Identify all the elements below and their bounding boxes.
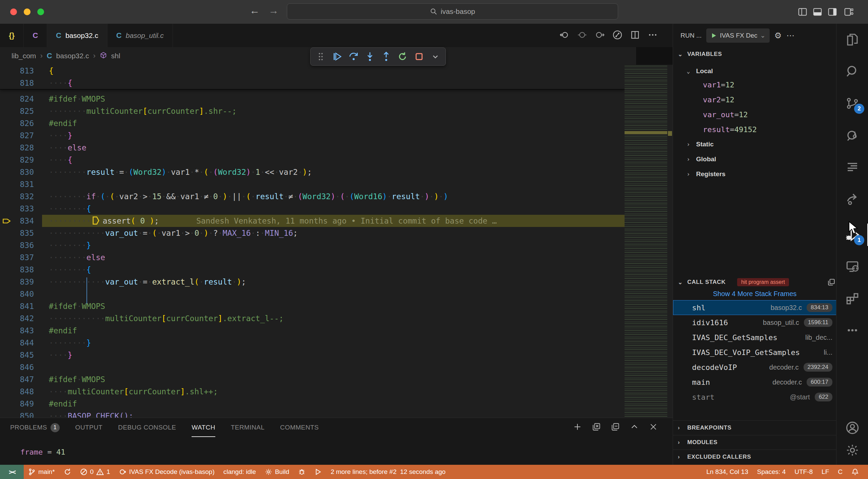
toggle-secondary-sidebar-icon[interactable]: [827, 7, 837, 17]
status-item[interactable]: [847, 465, 863, 479]
add-expression-icon[interactable]: [573, 422, 582, 433]
window-close-button[interactable]: [10, 8, 17, 15]
continue-icon[interactable]: [330, 49, 344, 64]
code-line-843[interactable]: 843#endif: [0, 325, 625, 337]
code-line-849[interactable]: 849#endif: [0, 398, 625, 410]
restart-icon[interactable]: [396, 49, 409, 64]
code-line-818[interactable]: 818····{: [0, 77, 625, 89]
code-line-832[interactable]: 832········if·(·(·var2·>·15·&&·var1·≠·0·…: [0, 190, 625, 203]
start-debug-icon[interactable]: [710, 32, 717, 39]
section-breakpoints[interactable]: ›BREAKPOINTS: [673, 420, 841, 435]
status-item-0[interactable]: 01: [76, 465, 115, 479]
code-line-836[interactable]: 836········}: [0, 239, 625, 251]
status-item[interactable]: [294, 465, 310, 479]
section-excluded-callers[interactable]: ›EXCLUDED CALLERS: [673, 450, 841, 464]
variables-group-static[interactable]: ›Static: [687, 137, 714, 152]
more-icon[interactable]: [836, 315, 868, 346]
variable-row-result[interactable]: result = 49152: [703, 122, 757, 137]
navigate-forward-button[interactable]: →: [269, 5, 279, 16]
code-line-840[interactable]: 840: [0, 288, 625, 300]
variable-row-var1[interactable]: var1 = 12: [703, 77, 734, 92]
code-line-824[interactable]: 824#ifdef·WMOPS: [0, 93, 625, 105]
chevron-down-icon[interactable]: [429, 49, 442, 64]
split-editor-icon[interactable]: [630, 30, 640, 41]
customize-layout-icon[interactable]: [844, 7, 854, 17]
code-line-842[interactable]: 842············multiCounter[currCounter]…: [0, 312, 625, 325]
status-item[interactable]: [59, 465, 76, 479]
step-back-icon[interactable]: [559, 30, 570, 41]
status-item-clangd[interactable]: clangd: idle: [219, 465, 260, 479]
section-modules[interactable]: ›MODULES: [673, 435, 841, 450]
panel-tab-output[interactable]: OUTPUT: [75, 418, 103, 437]
code-line-828[interactable]: 828····else: [0, 142, 625, 154]
extensions-icon[interactable]: [836, 283, 868, 314]
window-minimize-button[interactable]: [24, 8, 31, 15]
code-line-829[interactable]: 829····{: [0, 154, 625, 166]
share-icon[interactable]: [836, 184, 868, 214]
variables-group-registers[interactable]: ›Registers: [687, 167, 726, 182]
breadcrumb-item[interactable]: shl: [111, 52, 120, 60]
tab-pinned-0[interactable]: {}: [0, 24, 24, 47]
stack-frame-decodeVoIP[interactable]: decodeVoIPdecoder.c2392:24: [673, 360, 836, 375]
maximize-panel-icon[interactable]: [630, 422, 639, 433]
breadcrumb-item[interactable]: lib_com: [12, 52, 36, 60]
status-item-ln[interactable]: Ln 834, Col 13: [702, 465, 753, 479]
command-center-search[interactable]: ivas-basop: [287, 3, 618, 20]
stack-frame-shl[interactable]: shlbasop32.c834:13: [673, 300, 836, 315]
files-icon[interactable]: [836, 24, 868, 55]
status-item-lf[interactable]: LF: [817, 465, 833, 479]
overview-ruler[interactable]: [667, 65, 673, 418]
close-panel-icon[interactable]: [649, 422, 658, 433]
code-line-826[interactable]: 826#endif: [0, 117, 625, 129]
code-editor[interactable]: 813{818····{ 824#ifdef·WMOPS825········m…: [0, 65, 625, 418]
source-control-icon[interactable]: 2: [836, 88, 868, 119]
tab-basop_util.c[interactable]: Cbasop_util.c: [107, 24, 173, 47]
step-over-icon[interactable]: [347, 49, 360, 64]
navigate-back-button[interactable]: ←: [250, 5, 260, 16]
inspect-icon[interactable]: [836, 120, 868, 150]
code-line-813[interactable]: 813{: [0, 65, 625, 77]
status-item-2[interactable]: 2 more lines; before #2 12 seconds ago: [326, 465, 450, 479]
code-line-847[interactable]: 847#ifdef·WMOPS: [0, 373, 625, 386]
panel-tab-comments[interactable]: COMMENTS: [280, 418, 319, 437]
code-line-831[interactable]: 831: [0, 178, 625, 190]
code-line-838[interactable]: 838········{: [0, 264, 625, 276]
status-item-main[interactable]: main*: [24, 465, 59, 479]
variables-group-local[interactable]: ⌄Local: [687, 64, 713, 79]
panel-tab-problems[interactable]: PROBLEMS1: [10, 418, 60, 437]
code-line-834[interactable]: 834·········assert(·0·);Sandesh Venkates…: [0, 215, 625, 227]
window-zoom-button[interactable]: [37, 8, 44, 15]
step-into-icon[interactable]: [363, 49, 377, 64]
code-line-845[interactable]: 845····}: [0, 349, 625, 361]
tab-basop32.c[interactable]: Cbasop32.c: [47, 24, 107, 47]
status-item-ivas[interactable]: IVAS FX Decode (ivas-basop): [115, 465, 219, 479]
code-line-850[interactable]: 850····BASOP_CHECK();: [0, 410, 625, 418]
remote-explorer-icon[interactable]: [836, 251, 868, 282]
tab-pinned-1[interactable]: C: [24, 24, 47, 47]
debug-settings-gear-icon[interactable]: ⚙: [774, 31, 782, 40]
show-more-stack-frames-link[interactable]: Show 4 More Stack Frames: [673, 290, 836, 298]
code-line-837[interactable]: 837········else: [0, 251, 625, 264]
status-item-spaces[interactable]: Spaces: 4: [753, 465, 790, 479]
variables-group-global[interactable]: ›Global: [687, 152, 716, 167]
variable-row-var_out[interactable]: var_out = 12: [703, 107, 748, 122]
status-item[interactable]: [310, 465, 326, 479]
more-actions-icon[interactable]: [648, 30, 658, 41]
copy-call-stack-icon[interactable]: [827, 278, 836, 287]
stack-frame-start[interactable]: start@start622: [673, 390, 836, 404]
breadcrumb-item[interactable]: basop32.c: [56, 52, 89, 60]
toggle-panel-icon[interactable]: [812, 7, 823, 17]
code-line-827[interactable]: 827····}: [0, 129, 625, 142]
code-line-846[interactable]: 846: [0, 361, 625, 373]
panel-tab-terminal[interactable]: TERMINAL: [231, 418, 264, 437]
list-lines-icon[interactable]: [836, 152, 868, 182]
settings-gear-icon[interactable]: [836, 435, 868, 465]
run-graph-icon[interactable]: [612, 30, 623, 41]
step-forward-icon[interactable]: [595, 30, 605, 41]
launch-config-dropdown[interactable]: IVAS FX Dec ⌄: [706, 28, 769, 43]
search-icon[interactable]: [836, 56, 868, 87]
code-line-844[interactable]: 844········}: [0, 337, 625, 349]
stack-frame-main[interactable]: maindecoder.c600:17: [673, 375, 836, 390]
watch-expression-row[interactable]: frame = 41: [20, 448, 65, 456]
stack-frame-IVAS_DEC_VoIP_GetSamples[interactable]: IVAS_DEC_VoIP_GetSamplesli...: [673, 345, 836, 360]
